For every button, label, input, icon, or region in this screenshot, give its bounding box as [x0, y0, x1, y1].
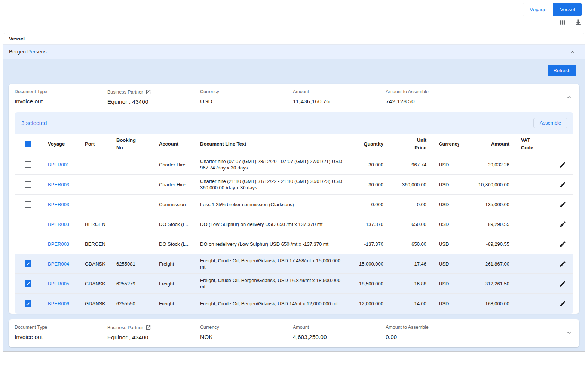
table-row: BPER001 Charter Hire Charter hire (07:07…: [15, 155, 573, 175]
line-text-cell: Charter hire (07:07 (GMT) 28/12/20 - 07:…: [194, 158, 347, 171]
currency-cell: USD: [433, 261, 459, 267]
amount-cell: 261,867.00: [459, 261, 515, 267]
table-row: BPER005 GDANSK 6255279 Freight Freight, …: [15, 274, 573, 294]
line-text-cell: Charter hire (21:10 (GMT) 31/12/22 - 21:…: [194, 178, 347, 191]
expand-document-icon[interactable]: [566, 330, 572, 336]
edit-icon[interactable]: [559, 260, 567, 267]
account-cell: Freight: [153, 301, 194, 306]
amount-cell: 168,000.00: [459, 301, 515, 306]
voyage-link[interactable]: BPER006: [48, 301, 69, 306]
edit-icon[interactable]: [559, 181, 567, 188]
table-row: BPER003 BERGEN DO Stock (L... DO on rede…: [15, 234, 573, 254]
quantity-cell: -137.370: [347, 241, 388, 247]
col-header-amount: Amount: [459, 140, 515, 148]
assemble-button[interactable]: Assemble: [533, 118, 567, 128]
edit-icon[interactable]: [559, 240, 567, 248]
row-checkbox[interactable]: [25, 241, 31, 247]
currency-value: NOK: [200, 334, 293, 340]
table-actions: [559, 19, 582, 26]
open-business-partner-icon[interactable]: [146, 89, 151, 95]
select-all-checkbox[interactable]: [25, 141, 31, 147]
edit-icon[interactable]: [559, 280, 567, 287]
voyage-link[interactable]: BPER001: [48, 162, 69, 168]
document-card-usd: Document Type Invoice out Business Partn…: [9, 84, 579, 314]
port-cell: GDANSK: [79, 301, 112, 306]
amount-cell: 312,261.50: [459, 281, 515, 287]
field-document-type: Document Type Invoice out: [15, 325, 107, 340]
selection-bar: 3 selected Assemble: [15, 112, 573, 134]
table-row: BPER003 Commission Less 1.25% broker com…: [15, 195, 573, 214]
line-text-cell: Freight, Crude Oil, Bergen/Gdansk, USD 1…: [194, 300, 347, 307]
col-header-port: Port: [79, 140, 112, 148]
edit-icon[interactable]: [559, 201, 567, 208]
edit-icon[interactable]: [559, 161, 567, 168]
voyage-link[interactable]: BPER003: [48, 221, 69, 227]
toggle-vessel-button[interactable]: Vessel: [553, 3, 582, 16]
document-type-value: Invoice out: [15, 334, 107, 340]
currency-cell: USD: [433, 281, 459, 287]
row-checkbox[interactable]: [25, 161, 31, 168]
col-header-booking-no: Booking No: [112, 137, 153, 152]
collapse-document-icon[interactable]: [566, 94, 572, 100]
unit-price-cell: 17.46: [388, 261, 433, 267]
currency-cell: USD: [433, 202, 459, 207]
quantity-cell: 137.370: [347, 221, 388, 227]
amount-cell: 29,032.26: [459, 162, 515, 168]
col-header-vat-code: VAT Code: [515, 137, 552, 152]
port-cell: GDANSK: [79, 261, 112, 267]
currency-cell: USD: [433, 221, 459, 227]
field-currency: Currency USD: [200, 89, 293, 105]
open-business-partner-icon[interactable]: [146, 325, 151, 330]
quantity-cell: 0.000: [347, 202, 388, 207]
row-checkbox[interactable]: [25, 300, 31, 307]
currency-cell: USD: [433, 301, 459, 306]
currency-value: USD: [200, 98, 293, 105]
edit-icon[interactable]: [559, 300, 567, 308]
line-text-cell: DO on redelivery (Low Sulphur) USD 650 /…: [194, 241, 347, 247]
field-document-type: Document Type Invoice out: [15, 89, 107, 105]
col-header-line-text: Document Line Text: [194, 140, 347, 148]
edit-icon[interactable]: [559, 220, 567, 228]
field-currency: Currency NOK: [200, 325, 293, 340]
col-header-account: Account: [153, 140, 194, 148]
download-icon[interactable]: [575, 19, 582, 26]
currency-cell: USD: [433, 182, 459, 187]
vessel-panel: Vessel Bergen Perseus Refresh Document T…: [3, 33, 585, 352]
voyage-link[interactable]: BPER005: [48, 281, 69, 287]
vessel-group-content: Refresh Document Type Invoice out Busine…: [3, 59, 585, 351]
unit-price-cell: 14.00: [388, 301, 433, 306]
row-checkbox[interactable]: [25, 260, 31, 267]
voyage-link[interactable]: BPER004: [48, 261, 69, 267]
columns-icon[interactable]: [559, 19, 566, 26]
booking-no-cell: 6255279: [112, 281, 153, 287]
line-text-cell: Freight, Crude Oil, Bergen/Gdansk, USD 1…: [194, 257, 347, 270]
document-summary-usd: Document Type Invoice out Business Partn…: [9, 84, 579, 111]
row-checkbox[interactable]: [25, 221, 31, 227]
vessel-group-row[interactable]: Bergen Perseus: [3, 44, 585, 59]
account-cell: Freight: [153, 281, 194, 287]
refresh-button[interactable]: Refresh: [548, 65, 576, 76]
voyage-link[interactable]: BPER003: [48, 182, 69, 187]
unit-price-cell: 360,000.00: [388, 182, 433, 187]
line-text-cell: Freight, Crude Oil, Bergen/Gdansk, USD 1…: [194, 277, 347, 290]
voyage-link[interactable]: BPER003: [48, 241, 69, 247]
toggle-voyage-button[interactable]: Voyage: [523, 3, 553, 16]
field-amount: Amount 11,436,160.76: [293, 89, 386, 105]
row-checkbox[interactable]: [25, 201, 31, 208]
amount-to-assemble-value: 0.00: [386, 334, 478, 340]
row-checkbox[interactable]: [25, 181, 31, 188]
account-cell: DO Stock (L...: [153, 221, 194, 227]
field-amount-to-assemble: Amount to Assemble 742,128.50: [386, 89, 478, 105]
col-header-unit-price: Unit Price: [388, 137, 433, 152]
collapse-group-icon[interactable]: [570, 49, 575, 55]
line-text-cell: Less 1.25% broker commission (Clarksons): [194, 201, 347, 208]
field-business-partner: Business Partner Equinor , 43400: [107, 325, 200, 341]
amount-to-assemble-value: 742,128.50: [386, 98, 478, 105]
row-checkbox[interactable]: [25, 280, 31, 287]
col-header-voyage: Voyage: [42, 140, 79, 148]
field-business-partner: Business Partner Equinor , 43400: [107, 89, 200, 105]
business-partner-value: Equinor , 43400: [107, 98, 200, 105]
voyage-link[interactable]: BPER003: [48, 202, 69, 207]
quantity-cell: 30.000: [347, 182, 388, 187]
amount-cell: 10,800,000.00: [459, 182, 515, 187]
